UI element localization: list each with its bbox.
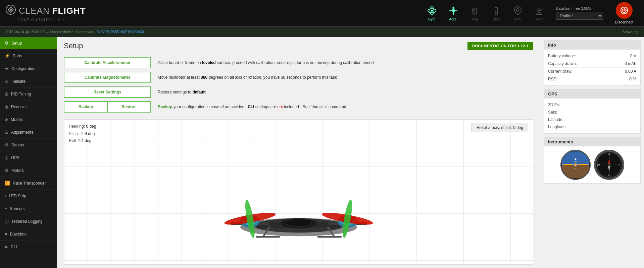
calibrate-magnetometer-button[interactable]: Calibrate Magnetometer <box>64 72 151 83</box>
sidebar-item-configuration[interactable]: ☰ Configuration <box>0 62 57 75</box>
calib-accel-description: Place board or frame on leveled surface,… <box>158 60 533 65</box>
svg-point-56 <box>608 163 610 166</box>
sidebar-label-pid-tuning: PID Tuning <box>11 92 31 96</box>
sidebar-item-tethered-logging[interactable]: ◫ Tethered Logging <box>0 215 57 228</box>
roll-value: 1.4 deg <box>78 138 91 143</box>
svg-point-9 <box>516 9 519 11</box>
profile-select[interactable]: Profile 1 Profile 2 Profile 3 <box>556 12 603 20</box>
sensor-icons: Gyro Accel Mag Baro <box>422 3 549 24</box>
sidebar-item-receiver[interactable]: ◉ Receiver <box>0 100 57 113</box>
accel-label: Accel <box>449 17 457 21</box>
info-header: Info <box>544 41 640 50</box>
sidebar-label-receiver: Receiver <box>11 105 27 109</box>
sidebar-item-led-strip[interactable]: ▪ LED Strip <box>0 190 57 202</box>
sonar-label: Sonar <box>535 17 544 21</box>
top-header: CLEAN FLIGHT CONFIGURATOR 1.2.1 Gyro Acc… <box>0 0 644 27</box>
baro-label: Baro <box>493 17 500 21</box>
sidebar-label-motors: Motors <box>11 168 24 173</box>
capacity-drawn-value: 0 mAh <box>625 61 636 66</box>
show-log[interactable]: Show Log <box>622 30 639 34</box>
backup-button[interactable]: Backup <box>64 101 107 113</box>
calibration-section: Calibrate Accelerometer Place board or f… <box>57 54 540 119</box>
battery-voltage-label: Battery voltage: <box>548 54 576 58</box>
logo-area: CLEAN FLIGHT CONFIGURATOR 1.2.1 <box>5 4 86 22</box>
current-draw-label: Current draw: <box>548 69 573 74</box>
pitch-row: Pitch: -2.9 deg <box>69 130 96 138</box>
default-word: default <box>192 90 205 94</box>
sidebar-item-blackbox[interactable]: ■ Blackbox <box>0 228 57 241</box>
reset-z-button[interactable]: Reset Z axis, offset: 0 deg <box>472 123 528 132</box>
sidebar-item-sensors[interactable]: + Sensors <box>0 202 57 215</box>
longitude-row: Longitude: <box>548 123 636 131</box>
sidebar-label-led-strip: LED Strip <box>9 194 26 198</box>
svg-rect-33 <box>562 165 589 178</box>
sidebar-item-motors[interactable]: ⚙ Motors <box>0 164 57 177</box>
roll-row: Roll: 1.4 deg <box>69 137 96 145</box>
status-text: 2016-04-14 @ 19:49:03 — Unique device ID… <box>5 30 96 34</box>
sidebar-item-ports[interactable]: ⚡ Ports <box>0 50 57 62</box>
modes-icon: ◈ <box>5 117 8 122</box>
current-draw-value: 0.00 A <box>625 69 636 74</box>
mag-label: Mag <box>472 17 478 21</box>
svg-point-4 <box>431 10 433 12</box>
drone-illustration <box>198 184 399 251</box>
reset-settings-button[interactable]: Reset Settings <box>64 86 151 98</box>
sidebar: ⚙ Setup ⚡ Ports ☰ Configuration ⚠ Failsa… <box>0 37 57 268</box>
right-panel: Info Battery voltage: 0 V Capacity drawn… <box>540 37 644 268</box>
ports-icon: ⚡ <box>5 53 10 58</box>
attitude-gauge <box>560 150 591 180</box>
sidebar-item-adjustments[interactable]: ⊟ Adjustments <box>0 126 57 139</box>
cli-icon: ▶ <box>5 244 8 249</box>
logo-clean: CLEAN <box>19 6 50 16</box>
svg-text:E: E <box>618 163 621 167</box>
reset-description: Restore settings to default <box>158 90 533 94</box>
svg-rect-42 <box>579 164 587 165</box>
compass-gauge: N S W E <box>594 150 624 180</box>
sidebar-item-failsafe[interactable]: ⚠ Failsafe <box>0 75 57 88</box>
sidebar-item-setup[interactable]: ⚙ Setup <box>0 37 57 50</box>
sats-row: Sats: <box>548 109 636 116</box>
backup-restore-row: Backup Restore Backup your configuration… <box>64 101 533 113</box>
latitude-label: Latitude: <box>548 117 563 122</box>
instruments-section: Instruments <box>544 137 641 184</box>
sensor-gyro: Gyro <box>422 3 442 24</box>
logo-icon <box>5 4 16 17</box>
restore-button[interactable]: Restore <box>107 101 151 113</box>
capacity-drawn-row: Capacity drawn: 0 mAh <box>548 60 636 68</box>
sensors-icon: + <box>5 206 7 211</box>
sidebar-item-modes[interactable]: ◈ Modes <box>0 113 57 126</box>
latitude-row: Latitude: <box>548 116 636 123</box>
pid-icon: ⊞ <box>5 91 8 96</box>
sidebar-item-pid-tuning[interactable]: ⊞ PID Tuning <box>0 88 57 100</box>
cli-word: CLI <box>248 105 254 109</box>
pitch-value: -2.9 deg <box>80 131 95 136</box>
roll-label: Roll: <box>69 138 77 143</box>
disconnect-icon <box>616 2 633 19</box>
svg-text:N: N <box>608 153 610 156</box>
logo-flight: FLIGHT <box>52 6 86 16</box>
sats-label: Sats: <box>548 110 557 115</box>
sidebar-item-gps[interactable]: ◎ GPS <box>0 151 57 164</box>
calibrate-accelerometer-button[interactable]: Calibrate Accelerometer <box>64 57 151 68</box>
svg-rect-41 <box>564 164 572 165</box>
attitude-inner <box>562 151 589 178</box>
battery-voltage-row: Battery voltage: 0 V <box>548 52 636 60</box>
page-header: Setup DOCUMENTATION FOR 1.12.1 <box>57 37 540 54</box>
sensor-baro: Baro <box>486 3 506 24</box>
heading-label: Heading: <box>69 124 85 129</box>
profile-area: Dataflash: free 2.0MB Profile 1 Profile … <box>556 6 603 20</box>
current-draw-row: Current draw: 0.00 A <box>548 68 636 75</box>
sidebar-item-servos[interactable]: ⚙ Servos <box>0 139 57 151</box>
sidebar-label-cli: CLI <box>11 245 17 249</box>
instruments-row: N S W E <box>544 146 640 183</box>
status-bar: 2016-04-14 @ 19:49:03 — Unique device ID… <box>0 27 644 37</box>
reset-settings-row: Reset Settings Restore settings to defau… <box>64 86 533 98</box>
disconnect-button[interactable]: Disconnect <box>610 0 639 27</box>
documentation-button[interactable]: DOCUMENTATION FOR 1.12.1 <box>467 42 533 50</box>
sidebar-label-ports: Ports <box>13 54 22 58</box>
sidebar-label-servos: Servos <box>11 143 24 147</box>
longitude-label: Longitude: <box>548 125 567 129</box>
config-icon: ☰ <box>5 66 9 71</box>
sidebar-item-race-transponder[interactable]: 📶 Race Transponder <box>0 177 57 190</box>
sidebar-item-cli[interactable]: ▶ CLI <box>0 241 57 253</box>
